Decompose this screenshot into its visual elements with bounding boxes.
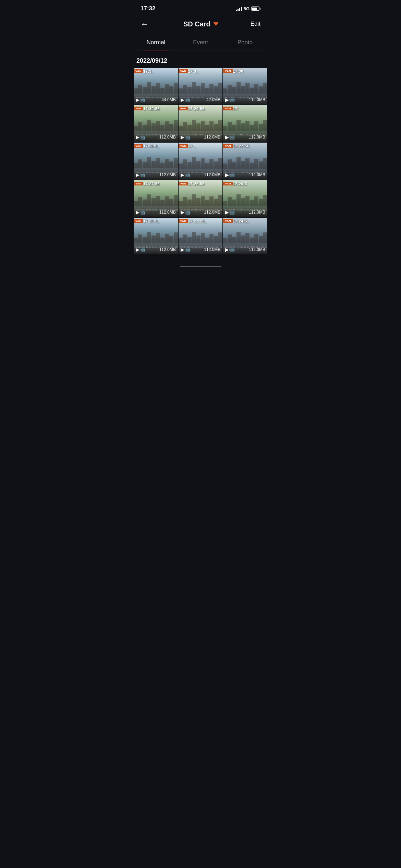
van-label: VAN [134, 144, 143, 148]
dropdown-icon[interactable] [213, 22, 219, 26]
van-label: VAN [179, 69, 188, 73]
video-timestamp: 17:24:5_ [233, 219, 249, 223]
video-timestamp: 17:2_:25_ [188, 219, 207, 223]
van-label: VAN [134, 69, 143, 73]
video-timestamp: 17:30:56 [143, 107, 160, 111]
tab-normal[interactable]: Normal [134, 36, 178, 50]
back-button[interactable]: ← [141, 18, 151, 30]
nav-title[interactable]: SD Card [183, 20, 219, 28]
video-timestamp: 17:26:5_ [233, 182, 249, 186]
video-thumb[interactable]: VAN17:26:5_▶📹112.0MB09/12/2022 17:26:00 … [223, 180, 267, 217]
video-meta: 09/12/2022 17:25:25 22 43.073250 E 25.01… [179, 246, 223, 248]
van-label: VAN [179, 219, 188, 223]
van-label: VAN [179, 107, 188, 110]
video-meta: 09/12/2022 17:24:50 22 43.073250 E 25.01… [223, 246, 267, 248]
video-meta: 09/12/2022 17:31:50 22 43.073250 E 25.01… [179, 96, 223, 98]
video-meta: 09/12/2022 17:27:07 22 43.073250 E 25.01… [179, 171, 223, 173]
video-timestamp: 17:27:56 [233, 144, 249, 148]
video-grid: VAN17:3_▶📹44.0MB09/12/2022 17:31:50 22 4… [134, 68, 267, 261]
tab-photo[interactable]: Photo [223, 36, 267, 50]
van-label: VAN [223, 182, 233, 185]
van-label: VAN [179, 182, 188, 185]
video-thumb[interactable]: VAN17:26:56▶📹112.0MB09/12/2022 17:26:56 … [179, 180, 223, 217]
status-bar: 17:32 5G [134, 0, 267, 15]
date-header: 2022/09/12 [134, 56, 267, 68]
video-thumb[interactable]: VAN17:28:5_▶📹112.0MB09/12/2022 17:28:56 … [134, 143, 178, 179]
video-meta: 09/12/2022 17:27:56 22 43.073250 E 25.01… [223, 171, 267, 173]
video-thumb[interactable]: VAN17:2_:25_▶📹112.0MB09/12/2022 17:25:25… [179, 218, 223, 254]
video-meta: 09/12/2022 17:30:56 22 43.073250 E 25.01… [134, 134, 178, 136]
video-thumb[interactable]: VAN17:_▶📹112.0MB09/12/2022 17:27:07 22 4… [179, 143, 223, 179]
video-thumb[interactable]: VAN17:_▶📹112.0MB09/12/2022 17:29:50 22 4… [223, 105, 267, 142]
video-meta: 09/12/2022 17:28:56 22 43.073250 E 25.01… [134, 171, 178, 173]
edit-button[interactable]: Edit [251, 21, 260, 27]
video-thumb[interactable]: VAN17:30:56▶📹112.0MB09/12/2022 17:30:56 … [134, 105, 178, 142]
video-timestamp: 17:28:5_ [143, 144, 160, 148]
video-timestamp: 17:_ [188, 144, 196, 148]
video-meta: 09/12/2022 17:31:50 22 43.073250 E 25.01… [134, 96, 178, 98]
video-thumb[interactable]: VAN17:24:5_▶📹112.0MB09/12/2022 17:24:50 … [223, 218, 267, 254]
status-icons: 5G [236, 6, 260, 11]
video-timestamp: 17:27:56 [143, 182, 160, 186]
home-indicator [134, 261, 267, 272]
video-meta: 09/12/2022 17:29:07 20 43.073250 E 25.01… [179, 134, 223, 136]
video-timestamp: 17:26:56 [188, 182, 205, 186]
network-label: 5G [244, 6, 250, 11]
video-meta: 09/12/2022 17:27:56 22 43.073250 E 25.01… [134, 209, 178, 211]
video-meta: 09/12/2022 17:26:00 22 43.073250 E 25.01… [223, 209, 267, 211]
signal-icon [236, 6, 242, 11]
van-label: VAN [134, 182, 143, 185]
video-thumb[interactable]: VAN17:3_▶📹44.0MB09/12/2022 17:31:50 22 4… [134, 68, 178, 105]
video-thumb[interactable]: VAN17:27:56▶📹112.0MB09/12/2022 17:27:56 … [223, 143, 267, 179]
video-thumb[interactable]: VAN17:29:56▶📹112.0MB09/12/2022 17:29:07 … [179, 105, 223, 142]
video-meta: 09/12/2022 17:26:56 22 43.073250 E 25.01… [179, 209, 223, 211]
van-label: VAN [134, 219, 143, 223]
page-title: SD Card [183, 20, 210, 28]
van-label: VAN [179, 144, 188, 148]
video-thumb[interactable]: VAN17:3_▶📹42.0MB09/12/2022 17:31:50 22 4… [179, 68, 223, 105]
video-meta: 09/12/2022 17:25:56 22 43.073250 E 25.01… [134, 246, 178, 248]
video-timestamp: 17:3_ [188, 69, 199, 73]
status-time: 17:32 [141, 5, 155, 12]
video-timestamp: 17:_ [233, 107, 241, 111]
video-meta: 09/12/2022 17:29:50 22 43.073250 E 25.01… [223, 134, 267, 136]
van-label: VAN [134, 107, 143, 110]
battery-icon [251, 7, 260, 11]
video-thumb[interactable]: VAN17:25:5_▶📹112.0MB09/12/2022 17:25:56 … [134, 218, 178, 254]
nav-bar: ← SD Card Edit [134, 15, 267, 36]
video-timestamp: 17:3_ [143, 69, 154, 73]
tab-event[interactable]: Event [178, 36, 223, 50]
van-label: VAN [223, 107, 233, 110]
video-thumb[interactable]: VAN17:27:56▶📹112.0MB09/12/2022 17:27:56 … [134, 180, 178, 217]
van-label: VAN [223, 69, 233, 73]
tab-bar: Normal Event Photo [134, 36, 267, 50]
video-timestamp: 17:25:5_ [143, 219, 160, 223]
video-timestamp: 17:29:56 [188, 107, 205, 111]
video-timestamp: 17:30 [233, 69, 243, 73]
van-label: VAN [223, 144, 233, 148]
van-label: VAN [223, 219, 233, 223]
video-meta: 09/12/2022 17:30:50 22 43.073250 E 25.01… [223, 96, 267, 98]
video-thumb[interactable]: VAN17:30▶📹112.0MB09/12/2022 17:30:50 22 … [223, 68, 267, 105]
